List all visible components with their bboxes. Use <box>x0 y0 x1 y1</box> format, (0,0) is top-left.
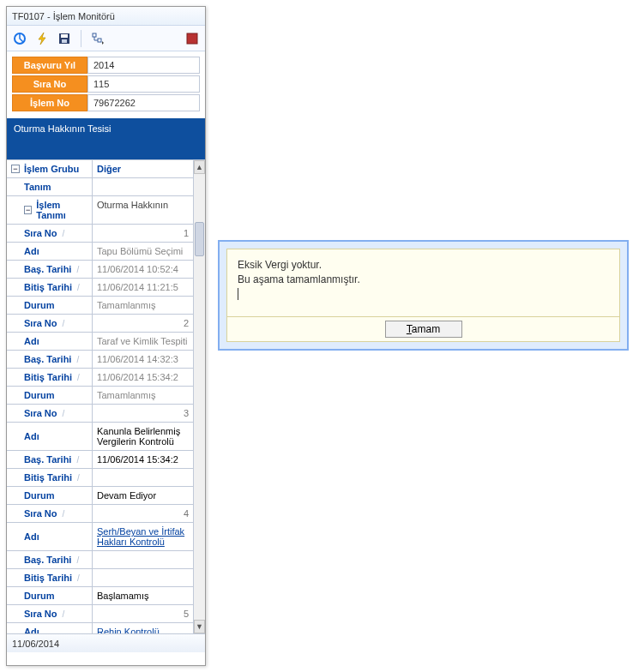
tree-dropdown-icon <box>91 32 105 45</box>
grid-value-adi: Kanunla Belirlenmiş Vergilerin Kontrolü <box>93 423 193 450</box>
grid-row-durum[interactable]: DurumDevam Ediyor <box>7 487 193 505</box>
grid-label-bas_tarihi: Baş. Tarihi/ <box>7 351 93 368</box>
grid-value-bas_tarihi: 11/06/2014 10:52:4 <box>93 261 193 278</box>
grid-islem-tanimi-row[interactable]: −İşlem Tanımı Oturma Hakkının <box>7 196 193 225</box>
grid-label-sira_no: Sıra No/ <box>7 405 93 422</box>
ok-button[interactable]: Tamam <box>385 321 462 338</box>
statusbar: 11/06/2014 <box>7 633 205 652</box>
grid-tanim-row: Tanım <box>7 178 193 196</box>
grid-label-durum: Durum <box>7 297 93 314</box>
grid-label-bitis_tarihi: Bitiş Tarihi/ <box>7 569 93 586</box>
grid-row-bitis_tarihi[interactable]: Bitiş Tarihi/ <box>7 569 193 587</box>
islem-grubu-value: Diğer <box>93 160 193 177</box>
main-window: TF0107 - İşlem Monitörü Başvuru Yıl 2014… <box>6 6 206 666</box>
sort-indicator-icon: / <box>63 509 65 519</box>
sort-indicator-icon: / <box>77 283 80 292</box>
grid-row-sira_no[interactable]: Sıra No/3 <box>7 405 193 423</box>
grid-row-bitis_tarihi[interactable]: Bitiş Tarihi/11/06/2014 15:34:2 <box>7 369 193 387</box>
grid-row-durum[interactable]: DurumTamamlanmış <box>7 387 193 405</box>
sort-indicator-icon: / <box>63 409 65 418</box>
grid-value-durum: Tamamlanmış <box>93 387 193 404</box>
grid-label-durum: Durum <box>7 487 93 504</box>
app-icon <box>13 32 27 45</box>
floppy-disk-icon <box>57 32 71 45</box>
grid-label-sira_no: Sıra No/ <box>7 505 93 522</box>
label-islem-no: İşlem No <box>12 94 87 111</box>
grid-value-sira_no: 5 <box>93 605 193 622</box>
process-banner: Oturma Hakkının Tesisi <box>7 118 205 159</box>
scroll-down-arrow[interactable]: ▼ <box>194 620 205 633</box>
grid-row-adi[interactable]: AdıTapu Bölümü Seçimi <box>7 243 193 261</box>
value-sira-no[interactable]: 115 <box>87 75 200 93</box>
dialog-line2: Bu aşama tamamlanmıştır. <box>238 273 609 287</box>
grid-label-sira_no: Sıra No/ <box>7 225 93 242</box>
sort-indicator-icon: / <box>77 473 80 483</box>
grid-value-adi: Tapu Bölümü Seçimi <box>93 243 193 260</box>
grid-row-sira_no[interactable]: Sıra No/4 <box>7 505 193 523</box>
grid-row-bas_tarihi[interactable]: Baş. Tarihi/11/06/2014 15:34:2 <box>7 451 193 469</box>
scroll-thumb[interactable] <box>195 222 204 256</box>
grid-label-bas_tarihi: Baş. Tarihi/ <box>7 551 93 568</box>
svg-rect-6 <box>98 39 101 42</box>
grid-row-bas_tarihi[interactable]: Baş. Tarihi/11/06/2014 14:32:3 <box>7 351 193 369</box>
svg-rect-5 <box>93 33 96 37</box>
toolbar <box>7 26 205 51</box>
grid-label-bas_tarihi: Baş. Tarihi/ <box>7 451 93 468</box>
grid-value-sira_no: 3 <box>93 405 193 422</box>
dialog-button-bar: Tamam <box>226 317 620 342</box>
grid-label-sira_no: Sıra No/ <box>7 315 93 332</box>
sort-indicator-icon: / <box>63 229 65 238</box>
lightning-icon <box>35 32 49 45</box>
scroll-track[interactable] <box>194 174 205 620</box>
grid-row-bitis_tarihi[interactable]: Bitiş Tarihi/11/06/2014 11:21:5 <box>7 279 193 297</box>
value-islem-no[interactable]: 79672262 <box>87 94 200 111</box>
vertical-scrollbar[interactable]: ▲ ▼ <box>193 160 205 633</box>
grid-label-bas_tarihi: Baş. Tarihi/ <box>7 261 93 278</box>
grid-value-bitis_tarihi <box>93 469 193 486</box>
grid-row-bas_tarihi[interactable]: Baş. Tarihi/ <box>7 551 193 569</box>
grid-label-bitis_tarihi: Bitiş Tarihi/ <box>7 369 93 386</box>
grid-value-bitis_tarihi: 11/06/2014 11:21:5 <box>93 279 193 296</box>
svg-rect-7 <box>187 33 197 44</box>
sort-indicator-icon: / <box>63 609 65 619</box>
grid-label-adi: Adı <box>7 423 93 450</box>
sort-indicator-icon: / <box>77 373 80 382</box>
grid-label-durum: Durum <box>7 587 93 604</box>
grid-row-adi[interactable]: AdıKanunla Belirlenmiş Vergilerin Kontro… <box>7 423 193 451</box>
scroll-up-arrow[interactable]: ▲ <box>194 160 205 174</box>
grid-row-sira_no[interactable]: Sıra No/5 <box>7 605 193 623</box>
sort-indicator-icon: / <box>76 265 79 274</box>
grid-row-durum[interactable]: DurumTamamlanmış <box>7 297 193 315</box>
grid-row-adi[interactable]: AdıŞerh/Beyan ve İrtifak Hakları Kontrol… <box>7 523 193 551</box>
field-sira-no: Sıra No 115 <box>12 75 200 93</box>
grid-value-sira_no: 1 <box>93 225 193 242</box>
value-basvuru-yil[interactable]: 2014 <box>87 57 200 74</box>
stop-icon <box>186 33 198 45</box>
toolbar-btn-execute[interactable] <box>33 29 51 48</box>
grid-value-sira_no: 2 <box>93 315 193 332</box>
field-islem-no: İşlem No 79672262 <box>12 94 200 111</box>
grid-label-adi: Adı <box>7 243 93 260</box>
grid-row-sira_no[interactable]: Sıra No/1 <box>7 225 193 243</box>
grid-row-bitis_tarihi[interactable]: Bitiş Tarihi/ <box>7 469 193 487</box>
window-title: TF0107 - İşlem Monitörü <box>12 11 115 21</box>
toolbar-btn-tree[interactable] <box>88 29 107 48</box>
collapse-icon[interactable]: − <box>24 206 32 214</box>
grid-row-durum[interactable]: DurumBaşlamamış <box>7 587 193 605</box>
grid-row-sira_no[interactable]: Sıra No/2 <box>7 315 193 333</box>
toolbar-btn-save[interactable] <box>55 29 74 48</box>
grid-value-durum: Devam Ediyor <box>93 487 193 504</box>
svg-marker-1 <box>39 33 45 45</box>
grid-label-adi: Adı <box>7 623 93 633</box>
process-banner-text: Oturma Hakkının Tesisi <box>14 123 112 134</box>
collapse-icon[interactable]: − <box>11 165 20 173</box>
dialog-line1: Eksik Vergi yoktur. <box>238 258 609 273</box>
grid-row-bas_tarihi[interactable]: Baş. Tarihi/11/06/2014 10:52:4 <box>7 261 193 279</box>
toolbar-btn-app[interactable] <box>10 29 29 48</box>
toolbar-btn-stop[interactable] <box>183 29 202 48</box>
islem-tanimi-label: İşlem Tanımı <box>36 200 87 220</box>
grid-group-header[interactable]: −İşlem Grubu Diğer <box>7 160 193 178</box>
grid-row-adi[interactable]: AdıRehin Kontrolü <box>7 623 193 633</box>
grid-row-adi[interactable]: AdıTaraf ve Kimlik Tespiti <box>7 333 193 351</box>
dialog-body[interactable]: Eksik Vergi yoktur. Bu aşama tamamlanmış… <box>226 249 620 317</box>
